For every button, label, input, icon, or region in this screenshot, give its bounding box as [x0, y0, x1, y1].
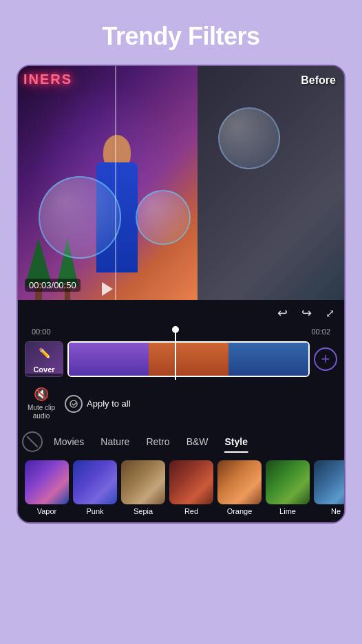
apply-all-label: Apply to all: [87, 398, 131, 409]
clip-segment-3: [228, 343, 308, 376]
neon-sign-text: INERS: [23, 72, 72, 87]
app-card: INERS 00:03/00:50 Before: [17, 65, 345, 524]
filter-thumb-punk: [73, 460, 117, 504]
filter-item-ne[interactable]: Ne: [314, 460, 344, 515]
timeline-track[interactable]: ✏️ Cover 3.0s +: [25, 339, 337, 380]
fullscreen-button[interactable]: ⤢: [326, 307, 334, 320]
apply-icon: [65, 395, 83, 413]
clip-segment-2: [149, 343, 228, 376]
filter-item-lime[interactable]: Lime: [266, 460, 310, 515]
tools-row: 🔇 Mute clipaudio Apply to all: [18, 383, 344, 426]
play-button[interactable]: [102, 282, 113, 296]
filter-item-orange[interactable]: Orange: [217, 460, 262, 515]
split-divider: [115, 66, 116, 300]
mute-icon: 🔇: [34, 387, 49, 402]
before-label: Before: [301, 74, 336, 87]
bubble-right: [218, 107, 280, 169]
apply-to-all-button[interactable]: Apply to all: [65, 395, 131, 413]
timeline-markers: 00:00 00:02: [25, 328, 337, 336]
marker-start: 00:00: [32, 328, 51, 336]
clip-segment-1: [69, 343, 149, 376]
filter-item-sepia[interactable]: Sepia: [121, 460, 165, 515]
filter-thumb-ne: [314, 460, 344, 504]
svg-point-0: [70, 400, 77, 407]
undo-button[interactable]: ↩: [277, 305, 288, 321]
control-bar: ↩ ↪ ⤢: [18, 300, 344, 326]
filter-thumb-sepia: [121, 460, 165, 504]
video-left-filtered: INERS 00:03/00:50: [18, 66, 198, 300]
tab-bw[interactable]: B&W: [178, 433, 217, 450]
filter-tabs: Movies Nature Retro B&W Style: [18, 426, 344, 455]
tab-retro[interactable]: Retro: [138, 433, 178, 450]
mute-clip-button[interactable]: 🔇 Mute clipaudio: [28, 387, 55, 420]
cover-icon: ✏️: [39, 347, 50, 358]
bubble-small: [136, 190, 191, 245]
tab-movies[interactable]: Movies: [45, 433, 92, 450]
video-right-before: Before: [198, 66, 344, 300]
filter-name-vapor: Vapor: [37, 507, 57, 515]
filter-thumb-vapor: [25, 460, 69, 504]
filter-item-punk[interactable]: Punk: [73, 460, 117, 515]
main-clip[interactable]: 3.0s: [67, 341, 310, 377]
tab-style[interactable]: Style: [217, 433, 256, 450]
filter-item-vapor[interactable]: Vapor: [25, 460, 69, 515]
filter-name-ne: Ne: [331, 507, 341, 515]
cover-label: Cover: [25, 365, 63, 374]
filter-name-lime: Lime: [279, 507, 296, 515]
bubble-large: [39, 176, 121, 259]
filter-name-sepia: Sepia: [134, 507, 153, 515]
filter-name-red: Red: [184, 507, 198, 515]
playhead[interactable]: [175, 326, 176, 380]
mute-label: Mute clipaudio: [28, 404, 55, 420]
filter-name-orange: Orange: [227, 507, 253, 515]
filter-name-punk: Punk: [86, 507, 103, 515]
filter-list: Vapor Punk Sepia Red Orange Lime Ne: [18, 455, 344, 522]
tab-nature[interactable]: Nature: [92, 433, 138, 450]
cover-clip[interactable]: ✏️ Cover: [25, 341, 63, 377]
redo-button[interactable]: ↪: [301, 305, 312, 321]
no-filter-icon[interactable]: [22, 431, 43, 452]
add-clip-button[interactable]: +: [314, 347, 337, 371]
video-preview: INERS 00:03/00:50 Before: [18, 66, 344, 300]
page-title: Trendy Filters: [102, 22, 259, 51]
filter-thumb-lime: [266, 460, 310, 504]
filter-item-red[interactable]: Red: [169, 460, 213, 515]
timecode: 00:03/00:50: [25, 279, 81, 292]
marker-end: 00:02: [311, 328, 330, 336]
timeline-area: 00:00 00:02 ✏️ Cover 3.0s +: [18, 326, 344, 383]
filter-thumb-orange: [217, 460, 262, 504]
filter-thumb-red: [169, 460, 213, 504]
